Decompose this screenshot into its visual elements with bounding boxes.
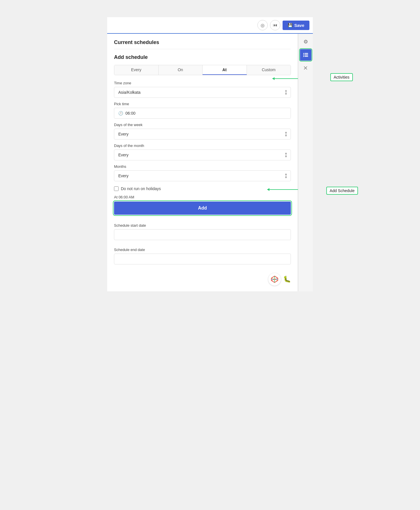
- toolbar: ◎ ⏮ 💾 Save: [107, 17, 313, 34]
- months-label: Months: [114, 164, 291, 169]
- activities-button[interactable]: [300, 49, 311, 61]
- close-icon: ✕: [303, 65, 308, 71]
- timezone-wrapper: Asia/Kolkata ▲ ▼: [114, 87, 291, 98]
- add-schedule-title: Add schedule: [114, 54, 291, 60]
- tab-on[interactable]: On: [159, 65, 203, 75]
- tab-custom[interactable]: Custom: [247, 65, 291, 75]
- days-of-month-wrapper: Every ▲ ▼: [114, 150, 291, 160]
- days-of-week-select[interactable]: Every: [114, 129, 291, 140]
- save-label: Save: [294, 23, 304, 28]
- days-of-week-label: Days of the week: [114, 123, 291, 127]
- schedule-end-date-input[interactable]: [114, 254, 291, 264]
- schedule-start-date-input[interactable]: [114, 229, 291, 240]
- timezone-select[interactable]: Asia/Kolkata: [114, 87, 291, 98]
- save-button[interactable]: 💾 Save: [283, 21, 309, 30]
- main-container: Current schedules Add schedule Every On …: [107, 34, 313, 291]
- months-wrapper: Every ▲ ▼: [114, 170, 291, 181]
- days-of-month-label: Days of the month: [114, 144, 291, 148]
- schedule-summary: At 06:00 AM: [114, 195, 291, 199]
- time-value: 06:00: [125, 111, 135, 115]
- timezone-label: Time zone: [114, 81, 291, 85]
- current-schedules-title: Current schedules: [114, 39, 291, 49]
- stop-icon: ◎: [261, 23, 265, 28]
- no-holidays-label: Do not run on holidays: [121, 186, 161, 191]
- schedule-end-date-label: Schedule end date: [114, 248, 291, 252]
- pick-time-label: Pick time: [114, 102, 291, 106]
- close-button[interactable]: ✕: [300, 62, 311, 74]
- tab-at[interactable]: At: [203, 65, 247, 75]
- no-holidays-row: Do not run on holidays: [114, 186, 291, 191]
- add-schedule-button[interactable]: Add: [114, 202, 291, 215]
- gear-button[interactable]: ⚙: [300, 36, 311, 47]
- right-sidebar: ⚙ ✕: [298, 34, 313, 291]
- activities-icon: [303, 52, 309, 58]
- left-panel: Current schedules Add schedule Every On …: [107, 34, 298, 291]
- save-icon: 💾: [288, 23, 293, 27]
- add-schedule-annotation: Add Schedule: [326, 187, 358, 195]
- no-holidays-checkbox[interactable]: [114, 186, 119, 191]
- activities-annotation: Activities: [330, 73, 353, 81]
- svg-rect-10: [305, 56, 308, 57]
- logo-icon: [268, 273, 281, 286]
- svg-rect-6: [305, 53, 308, 54]
- svg-rect-8: [305, 55, 308, 55]
- months-select[interactable]: Every: [114, 170, 291, 181]
- clock-icon: 🕐: [118, 111, 123, 115]
- history-icon: ⏮: [273, 23, 277, 28]
- time-input-wrapper[interactable]: 🕐 06:00: [114, 108, 291, 119]
- schedule-tabs: Every On At Custom: [114, 65, 291, 75]
- circle-icon-btn[interactable]: ◎: [257, 20, 268, 30]
- gear-icon: ⚙: [303, 39, 308, 45]
- bug-icon[interactable]: 🐛: [283, 276, 291, 283]
- history-icon-btn[interactable]: ⏮: [270, 20, 280, 30]
- schedule-start-date-label: Schedule start date: [114, 223, 291, 228]
- days-of-week-wrapper: Every ▲ ▼: [114, 129, 291, 140]
- days-of-month-select[interactable]: Every: [114, 150, 291, 160]
- tab-every[interactable]: Every: [114, 65, 159, 75]
